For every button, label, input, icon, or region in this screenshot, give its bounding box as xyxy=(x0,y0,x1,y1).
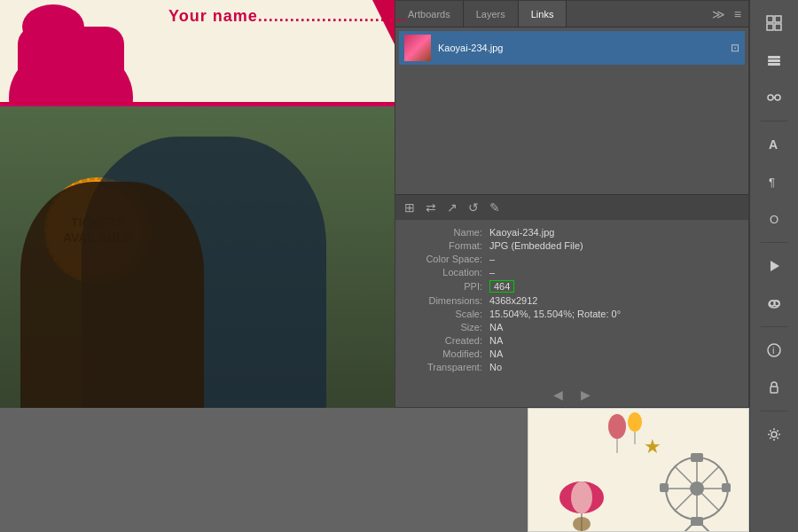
toolbar-btn-grid[interactable] xyxy=(758,7,790,39)
toolbar-btn-type[interactable]: A xyxy=(758,129,790,160)
glyph-icon: O xyxy=(766,211,782,227)
svg-point-31 xyxy=(628,412,642,432)
scroll-right-arrow[interactable]: ▶ xyxy=(581,387,591,402)
tab-links[interactable]: Links xyxy=(519,1,567,27)
file-relink-icon[interactable]: ⊡ xyxy=(731,42,739,54)
links-content: Kaoyai-234.jpg ⊡ ⊞ ⇄ ↗ ↺ ✎ Name: Kaoyai-… xyxy=(395,27,748,407)
scroll-arrows: ◀ ▶ xyxy=(395,382,748,407)
info-row-color-space: Color Space: – xyxy=(410,254,734,264)
separator-1 xyxy=(761,121,787,121)
svg-text:¶: ¶ xyxy=(769,176,775,189)
toolbar-btn-settings[interactable] xyxy=(758,419,790,450)
created-label: Created: xyxy=(410,335,489,346)
toolbar-btn-info[interactable]: i xyxy=(758,334,790,366)
toolbar-btn-paragraph[interactable]: ¶ xyxy=(758,166,790,198)
scale-label: Scale: xyxy=(410,309,489,319)
toolbar-btn-layers[interactable] xyxy=(758,44,790,76)
scroll-left-arrow[interactable]: ◀ xyxy=(553,387,563,402)
tab-menu-icon[interactable]: ≡ xyxy=(732,5,743,23)
file-item[interactable]: Kaoyai-234.jpg ⊡ xyxy=(399,31,745,65)
toolbar-btn-glyph[interactable]: O xyxy=(758,203,790,235)
links-panel: Artboards Layers Links ≫ ≡ Kaoyai- xyxy=(395,0,749,408)
toolbar-embed-icon[interactable]: ↗ xyxy=(443,199,461,216)
bottom-design-svg: ★ xyxy=(528,409,749,532)
file-list: Kaoyai-234.jpg ⊡ xyxy=(395,27,748,194)
modified-label: Modified: xyxy=(410,348,489,359)
info-section: Name: Kaoyai-234.jpg Format: JPG (Embedd… xyxy=(395,219,748,382)
info-row-scale: Scale: 15.504%, 15.504%; Rotate: 0° xyxy=(410,309,734,319)
svg-point-40 xyxy=(768,95,773,100)
svg-rect-35 xyxy=(767,24,773,30)
play-icon xyxy=(766,258,782,274)
toolbar-edit-icon[interactable]: ✎ xyxy=(486,199,504,216)
info-row-name: Name: Kaoyai-234.jpg xyxy=(410,227,734,238)
your-name-text: Your name............................ xyxy=(168,7,407,26)
file-thumb-image xyxy=(404,35,431,61)
toolbar-btn-links[interactable] xyxy=(758,82,790,113)
toolbar-link-icon[interactable]: ⇄ xyxy=(422,199,440,216)
format-label: Format: xyxy=(410,240,489,251)
photo-background: TICKETS AVAILABLE xyxy=(0,106,408,408)
svg-rect-20 xyxy=(660,483,669,492)
person-figure-2 xyxy=(20,182,204,408)
tab-actions: ≫ ≡ xyxy=(705,1,748,27)
svg-point-53 xyxy=(771,432,777,437)
file-thumbnail xyxy=(404,35,431,61)
toolbar-btn-cloud[interactable] xyxy=(758,287,790,319)
location-label: Location: xyxy=(410,267,489,278)
dimensions-label: Dimensions: xyxy=(410,295,489,306)
info-icon: i xyxy=(766,342,782,358)
info-row-modified: Modified: NA xyxy=(410,348,734,359)
app-container: Your name............................ TI… xyxy=(0,0,798,532)
separator-2 xyxy=(761,242,787,243)
name-label: Name: xyxy=(410,227,489,238)
svg-marker-46 xyxy=(771,261,779,271)
dimensions-value: 4368x2912 xyxy=(489,295,537,306)
color-space-label: Color Space: xyxy=(410,254,489,264)
info-row-size: Size: NA xyxy=(410,322,734,332)
info-row-ppi: PPI: 464 xyxy=(410,280,734,293)
toolbar-btn-play[interactable] xyxy=(758,250,790,282)
right-toolbar: A ¶ O i xyxy=(749,0,798,532)
svg-rect-34 xyxy=(775,16,781,22)
svg-point-25 xyxy=(571,481,592,513)
file-name: Kaoyai-234.jpg xyxy=(438,43,724,53)
transparent-value: No xyxy=(489,362,502,372)
svg-rect-36 xyxy=(775,24,781,30)
tab-layers[interactable]: Layers xyxy=(464,1,519,27)
svg-rect-33 xyxy=(767,16,773,22)
toolbar-show-all-icon[interactable]: ⊞ xyxy=(401,199,419,216)
svg-text:A: A xyxy=(769,137,778,152)
links-icon xyxy=(766,90,782,106)
grid-icon xyxy=(766,15,782,31)
lock-icon xyxy=(766,379,782,395)
svg-point-27 xyxy=(573,517,591,531)
size-value: NA xyxy=(489,322,503,332)
svg-point-8 xyxy=(22,4,84,49)
svg-text:★: ★ xyxy=(644,435,661,458)
format-value: JPG (Embedded File) xyxy=(489,240,583,251)
svg-rect-39 xyxy=(768,63,780,66)
ppi-label: PPI: xyxy=(410,281,489,292)
svg-rect-21 xyxy=(722,483,731,492)
tab-overflow-icon[interactable]: ≫ xyxy=(710,5,727,23)
paragraph-icon: ¶ xyxy=(766,174,782,190)
svg-text:i: i xyxy=(772,345,774,356)
separator-4 xyxy=(761,411,787,411)
transparent-label: Transparent: xyxy=(410,362,489,372)
toolbar-update-icon[interactable]: ↺ xyxy=(465,199,482,216)
info-row-location: Location: – xyxy=(410,267,734,278)
info-row-format: Format: JPG (Embedded File) xyxy=(410,240,734,251)
info-row-transparent: Transparent: No xyxy=(410,362,734,372)
size-label: Size: xyxy=(410,322,489,332)
info-row-created: Created: NA xyxy=(410,335,734,346)
svg-rect-18 xyxy=(691,453,703,462)
color-space-value: – xyxy=(489,254,495,264)
svg-text:O: O xyxy=(770,213,778,226)
people-photo: TICKETS AVAILABLE xyxy=(0,106,408,408)
cloud-icon xyxy=(766,295,782,311)
panel-toolbar: ⊞ ⇄ ↗ ↺ ✎ xyxy=(395,194,748,219)
toolbar-btn-lock[interactable] xyxy=(758,372,790,403)
svg-rect-37 xyxy=(768,56,780,59)
info-row-dimensions: Dimensions: 4368x2912 xyxy=(410,295,734,306)
